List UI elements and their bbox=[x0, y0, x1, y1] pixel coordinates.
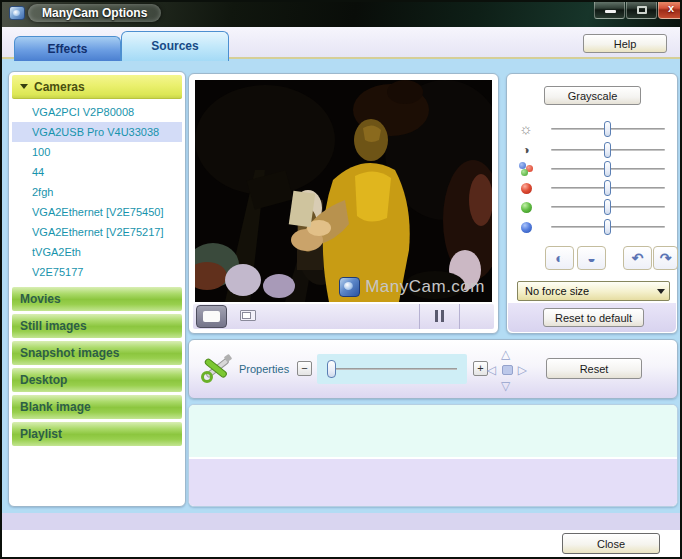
dropdown-arrow-icon bbox=[657, 289, 665, 294]
green-slider bbox=[515, 197, 671, 217]
source-options-lower bbox=[189, 459, 677, 506]
blue-slider bbox=[515, 217, 671, 237]
camera-list-item[interactable]: VGA2PCI V2P80008 bbox=[12, 102, 182, 122]
accordion-header-snapshot-images[interactable]: Snapshot images bbox=[12, 341, 182, 365]
accordion-header-playlist[interactable]: Playlist bbox=[12, 422, 182, 446]
manycam-options-window: ManyCam Options x Effects Sources Help C… bbox=[0, 0, 682, 559]
camera-list-item[interactable]: V2E75177 bbox=[12, 262, 182, 282]
pan-dpad: △ ▽ ◁ ▷ bbox=[485, 348, 529, 392]
source-options-panel bbox=[188, 404, 678, 507]
pan-left-button[interactable]: ◁ bbox=[487, 364, 496, 376]
camera-list-item-selected[interactable]: VGA2USB Pro V4U33038 bbox=[12, 122, 182, 142]
close-window-button[interactable]: x bbox=[658, 0, 682, 19]
slider-thumb[interactable] bbox=[604, 219, 611, 235]
red-slider bbox=[515, 178, 671, 198]
title-bar[interactable]: ManyCam Options x bbox=[0, 0, 682, 27]
pause-button[interactable] bbox=[430, 308, 450, 324]
accordion-header-cameras[interactable]: Cameras bbox=[12, 75, 182, 99]
pip-view-icon bbox=[240, 310, 256, 321]
camera-list-item[interactable]: tVGA2Eth bbox=[12, 242, 182, 262]
camera-list-item[interactable]: VGA2Ethernet [V2E75217] bbox=[12, 222, 182, 242]
properties-bar: Properties − + △ ▽ ◁ ▷ Reset bbox=[188, 339, 678, 399]
zoom-slider[interactable] bbox=[317, 354, 467, 384]
force-size-selected: No force size bbox=[525, 285, 589, 297]
flip-vertical-button[interactable]: ◒ bbox=[577, 246, 606, 270]
maximize-icon bbox=[637, 6, 647, 14]
slider-thumb[interactable] bbox=[604, 180, 611, 196]
video-frame bbox=[195, 80, 492, 302]
watermark-text: ManyCam.com bbox=[365, 277, 485, 297]
pan-up-button[interactable]: △ bbox=[501, 348, 510, 360]
flip-horizontal-button[interactable]: ◐ bbox=[545, 246, 574, 270]
zoom-slider-thumb[interactable] bbox=[327, 360, 336, 378]
accordion-header-movies[interactable]: Movies bbox=[12, 287, 182, 311]
adjustments-panel: Grayscale ☼ ◑ bbox=[506, 73, 678, 334]
source-options-upper bbox=[189, 405, 677, 458]
accordion-header-blank-image[interactable]: Blank image bbox=[12, 395, 182, 419]
pan-center-button[interactable] bbox=[502, 365, 513, 375]
close-button[interactable]: Close bbox=[562, 533, 660, 554]
toolbar-divider bbox=[459, 304, 460, 329]
slider-thumb[interactable] bbox=[604, 121, 611, 137]
window-title: ManyCam Options bbox=[28, 4, 161, 22]
slider-track[interactable] bbox=[551, 128, 665, 130]
tab-sources[interactable]: Sources bbox=[121, 31, 229, 61]
maximize-button[interactable] bbox=[626, 0, 657, 19]
pan-down-button[interactable]: ▽ bbox=[501, 380, 510, 392]
tools-icon bbox=[201, 353, 233, 385]
camera-list-item[interactable]: VGA2Ethernet [V2E75450] bbox=[12, 202, 182, 222]
accordion-header-still-images[interactable]: Still images bbox=[12, 314, 182, 338]
accordion-header-desktop[interactable]: Desktop bbox=[12, 368, 182, 392]
toolbar-divider bbox=[419, 304, 420, 329]
preview-toolbar bbox=[193, 304, 494, 329]
manycam-logo-icon bbox=[339, 277, 360, 297]
app-logo-icon bbox=[9, 6, 25, 20]
watermark: ManyCam.com bbox=[339, 277, 485, 297]
dialog-body: Effects Sources Help Cameras VGA2PCI V2P… bbox=[2, 27, 680, 557]
zoom-slider-track[interactable] bbox=[327, 368, 457, 370]
pan-right-button[interactable]: ▷ bbox=[518, 364, 527, 376]
properties-reset-button[interactable]: Reset bbox=[546, 358, 642, 379]
red-channel-icon bbox=[517, 179, 535, 197]
slider-track[interactable] bbox=[551, 187, 665, 189]
cameras-header-label: Cameras bbox=[34, 80, 85, 94]
flip-vertical-icon: ◒ bbox=[587, 250, 595, 266]
fullscreen-view-button[interactable] bbox=[196, 305, 227, 328]
brightness-sun-icon: ☼ bbox=[517, 120, 535, 138]
rotate-left-icon: ↶ bbox=[632, 250, 644, 266]
slider-thumb[interactable] bbox=[604, 161, 611, 177]
grayscale-button[interactable]: Grayscale bbox=[544, 86, 641, 105]
video-preview-panel: ManyCam.com bbox=[188, 73, 499, 334]
video-preview: ManyCam.com bbox=[195, 80, 492, 302]
adjustments-footer: Reset to default bbox=[508, 303, 676, 332]
flip-horizontal-icon: ◐ bbox=[555, 250, 563, 266]
contrast-icon: ◑ bbox=[517, 141, 535, 159]
tab-effects[interactable]: Effects bbox=[14, 36, 121, 61]
rotate-left-button[interactable]: ↶ bbox=[623, 246, 652, 270]
slider-thumb[interactable] bbox=[604, 199, 611, 215]
rotate-right-button[interactable]: ↷ bbox=[653, 246, 678, 270]
force-size-dropdown[interactable]: No force size bbox=[517, 281, 670, 301]
footer-divider-strip bbox=[2, 513, 680, 530]
fullscreen-view-icon bbox=[203, 311, 220, 322]
zoom-out-button[interactable]: − bbox=[297, 361, 312, 376]
slider-thumb[interactable] bbox=[604, 142, 611, 158]
camera-list-item[interactable]: 100 bbox=[12, 142, 182, 162]
pip-view-button[interactable] bbox=[235, 307, 263, 326]
slider-track[interactable] bbox=[551, 226, 665, 228]
blue-channel-icon bbox=[517, 218, 535, 236]
camera-list: VGA2PCI V2P80008 VGA2USB Pro V4U33038 10… bbox=[12, 102, 182, 282]
slider-track[interactable] bbox=[551, 168, 665, 170]
help-button[interactable]: Help bbox=[583, 34, 667, 53]
camera-list-item[interactable]: 2fgh bbox=[12, 182, 182, 202]
pause-icon bbox=[435, 310, 438, 322]
slider-track[interactable] bbox=[551, 149, 665, 151]
properties-label: Properties bbox=[239, 363, 289, 375]
minimize-icon bbox=[605, 10, 616, 13]
green-channel-icon bbox=[517, 198, 535, 216]
camera-list-item[interactable]: 44 bbox=[12, 162, 182, 182]
minimize-button[interactable] bbox=[594, 0, 625, 19]
slider-track[interactable] bbox=[551, 206, 665, 208]
reset-to-default-button[interactable]: Reset to default bbox=[543, 308, 644, 327]
saturation-slider bbox=[515, 159, 671, 179]
